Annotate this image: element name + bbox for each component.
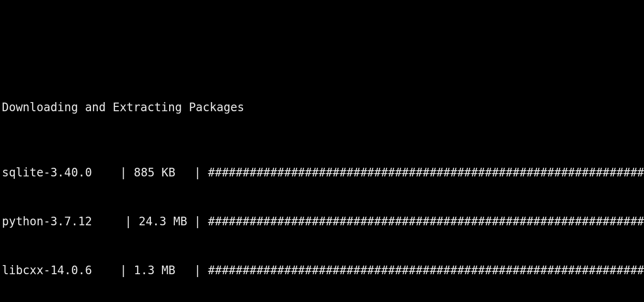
sep: |	[180, 164, 208, 181]
sep: |	[180, 262, 208, 279]
progress-bar: ########################################…	[208, 262, 644, 279]
sep: |	[118, 213, 138, 230]
download-header: Downloading and Extracting Packages	[2, 99, 644, 116]
progress-bar: ########################################…	[208, 213, 644, 230]
package-name: sqlite-3.40.0	[2, 164, 113, 181]
terminal-output[interactable]: Downloading and Extracting Packages sqli…	[0, 65, 644, 302]
sep: |	[113, 262, 134, 279]
package-row: python-3.7.12 | 24.3 MB | ##############…	[2, 213, 644, 230]
package-row: libcxx-14.0.6 | 1.3 MB | ###############…	[2, 262, 644, 279]
package-row: sqlite-3.40.0 | 885 KB | ###############…	[2, 164, 644, 181]
package-size: 1.3 MB	[134, 262, 180, 279]
package-name: python-3.7.12	[2, 213, 118, 230]
package-size: 885 KB	[134, 164, 180, 181]
package-size: 24.3 MB	[138, 213, 187, 230]
package-name: libcxx-14.0.6	[2, 262, 113, 279]
sep: |	[187, 213, 208, 230]
progress-bar: ########################################…	[208, 164, 644, 181]
sep: |	[113, 164, 134, 181]
